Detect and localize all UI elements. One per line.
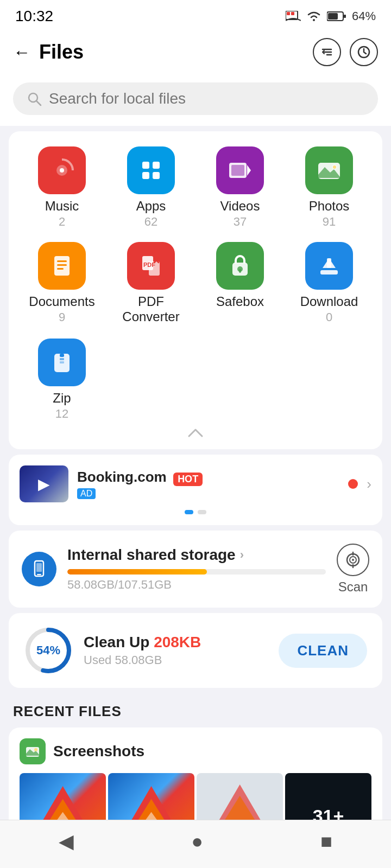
svg-rect-15 — [142, 162, 149, 169]
nav-back-button[interactable]: ◀ — [59, 830, 74, 853]
category-music[interactable]: Music 2 — [20, 146, 104, 229]
storage-chevron-icon: › — [240, 548, 244, 562]
svg-rect-4 — [344, 15, 346, 18]
safebox-icon-bg — [216, 242, 264, 290]
videos-icon-bg — [216, 146, 264, 194]
svg-point-50 — [352, 559, 354, 561]
svg-rect-45 — [36, 563, 42, 572]
storage-card[interactable]: Internal shared storage › 58.08GB/107.51… — [9, 531, 382, 608]
svg-rect-44 — [37, 574, 41, 575]
category-videos[interactable]: Videos 37 — [198, 146, 282, 229]
storage-info: Internal shared storage › 58.08GB/107.51… — [67, 546, 326, 592]
category-safebox[interactable]: Safebox — [198, 242, 282, 326]
zip-icon — [49, 349, 75, 375]
music-label: Music — [45, 199, 79, 214]
svg-rect-1 — [287, 12, 290, 15]
photos-icon — [316, 157, 342, 183]
videos-label: Videos — [220, 199, 260, 214]
folder-name: Screenshots — [53, 743, 144, 760]
music-count: 2 — [59, 215, 65, 229]
photos-label: Photos — [309, 199, 350, 214]
category-apps[interactable]: Apps 62 — [109, 146, 193, 229]
svg-line-11 — [36, 101, 41, 105]
ad-dot — [348, 479, 358, 489]
documents-icon — [49, 253, 75, 279]
chevron-up-icon — [185, 427, 206, 438]
svg-rect-41 — [60, 358, 64, 360]
ad-dots — [20, 510, 371, 514]
cleanup-title: Clean Up 208KB — [84, 634, 268, 651]
music-icon — [49, 157, 75, 183]
category-pdf[interactable]: PDF PDF Converter — [109, 242, 193, 326]
ad-thumbnail: ▶ — [20, 465, 68, 502]
svg-rect-40 — [60, 354, 64, 357]
zip-icon-bg — [38, 339, 86, 386]
storage-title[interactable]: Internal shared storage › — [67, 546, 326, 564]
scan-icon — [344, 551, 362, 569]
cleanup-card: 54% Clean Up 208KB Used 58.08GB CLEAN — [9, 613, 382, 688]
music-icon-bg — [38, 146, 86, 194]
nav-recents-button[interactable]: ■ — [320, 830, 332, 853]
ad-card[interactable]: ▶ Booking.com HOT AD › — [9, 455, 382, 525]
apps-icon-bg — [127, 146, 175, 194]
safebox-label: Safebox — [216, 294, 264, 309]
svg-point-55 — [34, 748, 37, 751]
wifi-icon — [306, 10, 321, 22]
download-icon-bg — [305, 242, 353, 290]
search-bar — [0, 75, 391, 126]
cast-icon — [286, 11, 301, 22]
svg-rect-27 — [57, 260, 67, 262]
nav-bar: ◀ ● ■ — [0, 820, 391, 868]
battery-icon — [327, 11, 346, 22]
documents-icon-bg — [38, 242, 86, 290]
svg-rect-16 — [153, 162, 160, 169]
nav-home-button[interactable]: ● — [191, 830, 203, 853]
status-bar: 10:32 64% — [0, 0, 391, 29]
zip-label: Zip — [53, 391, 71, 406]
cleanup-sub: Used 58.08GB — [84, 653, 268, 667]
category-documents[interactable]: Documents 9 — [20, 242, 104, 326]
documents-label: Documents — [29, 294, 94, 309]
collapse-button[interactable] — [20, 421, 371, 441]
pdf-icon-bg: PDF — [127, 242, 175, 290]
sort-icon — [320, 45, 334, 59]
svg-rect-38 — [327, 258, 331, 268]
screenshots-folder-icon — [20, 738, 46, 764]
category-download[interactable]: Download 0 — [287, 242, 371, 326]
phone-icon — [22, 552, 56, 586]
svg-rect-21 — [231, 165, 244, 176]
storage-usage: 58.08GB/107.51GB — [67, 578, 326, 592]
scan-label: Scan — [338, 579, 368, 595]
clean-button[interactable]: CLEAN — [279, 634, 367, 668]
videos-icon — [227, 157, 253, 183]
category-photos[interactable]: Photos 91 — [287, 146, 371, 229]
svg-marker-20 — [247, 165, 251, 176]
category-grid: Music 2 Apps 62 — [20, 146, 371, 421]
pdf-label: PDF Converter — [109, 294, 193, 324]
search-input-wrap[interactable] — [13, 82, 378, 115]
category-zip[interactable]: Zip 12 — [20, 339, 104, 421]
screenshots-folder-row[interactable]: Screenshots — [20, 738, 371, 764]
history-button[interactable] — [350, 38, 378, 66]
photos-count: 91 — [323, 215, 336, 229]
apps-label: Apps — [136, 199, 166, 214]
top-bar: ← Files — [0, 29, 391, 75]
search-icon — [26, 91, 42, 107]
cleanup-highlight: 208KB — [154, 634, 201, 650]
svg-rect-2 — [291, 12, 294, 15]
status-time: 10:32 — [15, 8, 53, 25]
back-button[interactable]: ← — [13, 42, 30, 62]
search-input[interactable] — [49, 90, 365, 107]
dot-1 — [185, 510, 193, 514]
download-count: 0 — [326, 310, 332, 324]
svg-rect-5 — [328, 13, 338, 20]
categories-card: Music 2 Apps 62 — [9, 131, 382, 449]
sort-button[interactable] — [313, 38, 341, 66]
svg-point-25 — [333, 165, 336, 169]
safebox-icon — [227, 253, 253, 279]
status-icons: 64% — [286, 9, 376, 23]
dot-2 — [198, 510, 206, 514]
scan-button[interactable]: Scan — [337, 544, 369, 595]
svg-rect-42 — [60, 361, 64, 363]
ring-percent-text: 54% — [24, 626, 73, 675]
